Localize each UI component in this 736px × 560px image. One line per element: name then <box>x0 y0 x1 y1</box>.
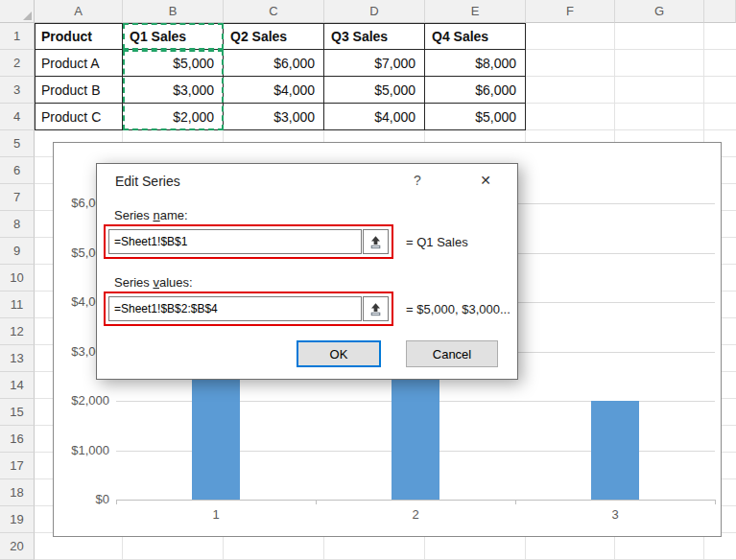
series-name-label: Series name: <box>114 208 188 222</box>
row-header-13[interactable]: 13 <box>0 345 35 372</box>
cell-E3[interactable]: $6,000 <box>425 77 526 104</box>
cell-C4[interactable]: $3,000 <box>224 104 324 130</box>
collapse-range-icon <box>368 235 383 249</box>
series-values-input[interactable] <box>108 296 362 321</box>
select-all-corner[interactable] <box>0 0 35 23</box>
cell-A4[interactable]: Product C <box>35 104 123 130</box>
cancel-button[interactable]: Cancel <box>406 340 498 367</box>
column-header-C[interactable]: C <box>224 0 324 23</box>
series-name-result: = Q1 Sales <box>406 229 468 254</box>
row-header-4[interactable]: 4 <box>0 104 35 130</box>
help-button[interactable]: ? <box>402 173 433 188</box>
chart-bar-3[interactable] <box>591 401 639 500</box>
cell-C3[interactable]: $4,000 <box>224 77 324 104</box>
x-axis-category-label: 1 <box>197 507 235 522</box>
column-header-B[interactable]: B <box>123 0 224 23</box>
label-text: Series <box>114 208 153 222</box>
x-axis-tick <box>316 500 317 504</box>
y-axis-label: $0 <box>54 492 109 507</box>
row-header-8[interactable]: 8 <box>0 211 35 238</box>
row-header-19[interactable]: 19 <box>0 506 35 533</box>
label-text: Series <box>114 275 153 290</box>
row-header-11[interactable]: 11 <box>0 292 35 318</box>
cell-E1[interactable]: Q4 Sales <box>425 23 526 50</box>
row-header-2[interactable]: 2 <box>0 50 35 77</box>
ok-button[interactable]: OK <box>297 340 381 367</box>
cell-A3[interactable]: Product B <box>35 77 123 104</box>
y-axis-label: $1,000 <box>54 443 109 458</box>
x-axis-category-label: 3 <box>596 507 634 522</box>
row-header-18[interactable]: 18 <box>0 479 35 506</box>
label-accesskey: n <box>153 208 159 222</box>
row-header-6[interactable]: 6 <box>0 157 35 184</box>
row-header-7[interactable]: 7 <box>0 184 35 211</box>
cell-A2[interactable]: Product A <box>35 50 123 77</box>
row-header-17[interactable]: 17 <box>0 453 35 479</box>
edit-series-dialog: Edit Series ? ✕ Series name: = Q1 Sales … <box>96 163 518 380</box>
series-values-label: Series values: <box>114 275 193 290</box>
series-values-collapse-button[interactable] <box>363 296 389 321</box>
series-name-input[interactable] <box>108 229 362 254</box>
x-axis-category-label: 2 <box>396 507 435 522</box>
series-name-collapse-button[interactable] <box>363 229 389 254</box>
x-axis-tick <box>515 500 516 504</box>
label-text: alues: <box>159 275 193 290</box>
close-button[interactable]: ✕ <box>469 173 502 188</box>
cell-C1[interactable]: Q2 Sales <box>224 23 324 50</box>
label-text: ame: <box>160 208 188 222</box>
cell-C2[interactable]: $6,000 <box>224 50 324 77</box>
column-header-G[interactable]: G <box>615 0 704 23</box>
dialog-title: Edit Series <box>115 174 180 189</box>
cell-E4[interactable]: $5,000 <box>425 104 526 130</box>
row-header-3[interactable]: 3 <box>0 77 35 104</box>
y-axis-label: $2,000 <box>54 393 109 408</box>
cell-A1[interactable]: Product <box>35 23 123 50</box>
row-header-12[interactable]: 12 <box>0 318 35 345</box>
column-header-partial[interactable] <box>704 0 736 23</box>
row-header-15[interactable]: 15 <box>0 399 35 426</box>
cell-B4[interactable]: $2,000 <box>123 104 224 130</box>
row-header-16[interactable]: 16 <box>0 426 35 453</box>
cell-D2[interactable]: $7,000 <box>324 50 425 77</box>
cell-B2[interactable]: $5,000 <box>123 50 224 77</box>
collapse-range-icon <box>368 302 383 316</box>
cell-D4[interactable]: $4,000 <box>324 104 425 130</box>
row-header-14[interactable]: 14 <box>0 372 35 399</box>
column-header-D[interactable]: D <box>324 0 425 23</box>
column-header-E[interactable]: E <box>425 0 526 23</box>
cell-B1[interactable]: Q1 Sales <box>123 23 224 50</box>
column-header-A[interactable]: A <box>35 0 123 23</box>
x-axis-tick <box>116 500 117 504</box>
row-header-9[interactable]: 9 <box>0 238 35 265</box>
series-values-result: = $5,000, $3,000... <box>406 296 510 321</box>
cell-B3[interactable]: $3,000 <box>123 77 224 104</box>
cell-E2[interactable]: $8,000 <box>425 50 526 77</box>
x-axis-line <box>116 500 715 501</box>
x-axis-tick <box>715 500 716 504</box>
column-header-F[interactable]: F <box>526 0 615 23</box>
row-header-1[interactable]: 1 <box>0 23 35 50</box>
cell-D3[interactable]: $5,000 <box>324 77 425 104</box>
row-header-5[interactable]: 5 <box>0 130 35 157</box>
row-header-20[interactable]: 20 <box>0 533 35 560</box>
cell-D1[interactable]: Q3 Sales <box>324 23 425 50</box>
row-header-10[interactable]: 10 <box>0 265 35 292</box>
